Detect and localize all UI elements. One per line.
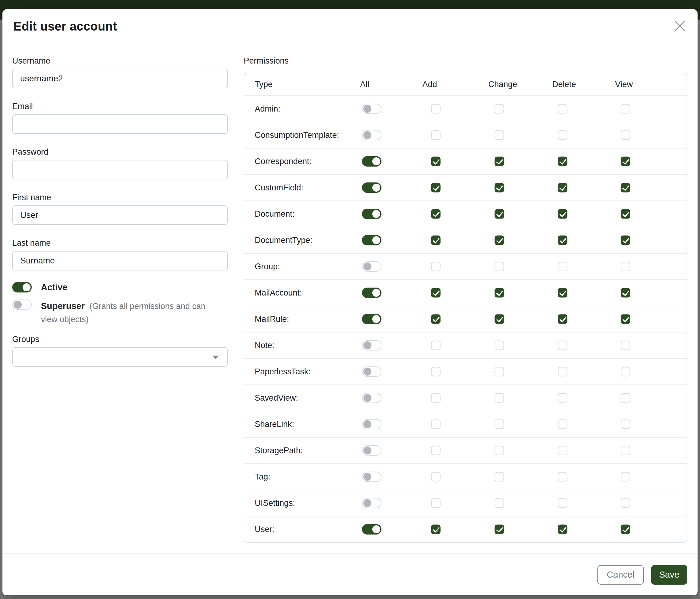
checkbox-view-mailrule[interactable] [621, 314, 630, 324]
checkbox-delete-consumptiontemplate[interactable] [558, 130, 568, 140]
checkbox-delete-savedview[interactable] [558, 393, 568, 403]
checkbox-change-documenttype[interactable] [495, 236, 504, 245]
checkbox-delete-correspondent[interactable] [558, 157, 568, 166]
checkbox-add-tag[interactable] [431, 472, 441, 482]
checkbox-delete-note[interactable] [558, 341, 568, 350]
checkbox-change-consumptiontemplate[interactable] [495, 130, 504, 140]
checkbox-delete-mailrule[interactable] [558, 314, 568, 324]
last-name-input[interactable] [12, 251, 228, 270]
password-input[interactable] [12, 160, 228, 179]
checkbox-change-mailaccount[interactable] [495, 288, 504, 298]
checkbox-add-mailrule[interactable] [431, 314, 441, 324]
toggle-all-group[interactable] [362, 261, 381, 272]
groups-select[interactable] [12, 347, 228, 367]
checkbox-view-tag[interactable] [621, 472, 630, 482]
checkbox-view-mailaccount[interactable] [621, 288, 630, 298]
checkbox-change-group[interactable] [495, 262, 504, 271]
checkbox-delete-admin[interactable] [558, 104, 568, 114]
checkbox-add-documenttype[interactable] [431, 236, 441, 245]
checkbox-view-document[interactable] [621, 209, 630, 219]
toggle-all-user[interactable] [362, 524, 381, 534]
toggle-all-uisettings[interactable] [362, 498, 381, 508]
checkbox-change-user[interactable] [495, 525, 504, 534]
toggle-all-correspondent[interactable] [362, 156, 381, 167]
checkbox-add-note[interactable] [431, 341, 441, 350]
superuser-toggle[interactable] [12, 300, 32, 310]
checkbox-change-uisettings[interactable] [495, 499, 504, 508]
checkbox-change-correspondent[interactable] [495, 157, 504, 166]
checkbox-change-document[interactable] [495, 209, 504, 219]
checkbox-add-correspondent[interactable] [431, 157, 441, 166]
checkbox-delete-document[interactable] [558, 209, 568, 219]
checkbox-add-mailaccount[interactable] [431, 288, 441, 298]
checkbox-add-consumptiontemplate[interactable] [431, 130, 441, 140]
toggle-all-mailrule[interactable] [362, 314, 381, 324]
groups-label: Groups [12, 334, 228, 344]
first-name-field-group: First name [12, 193, 228, 225]
toggle-all-savedview[interactable] [362, 393, 381, 403]
checkbox-add-uisettings[interactable] [431, 499, 441, 508]
checkbox-add-savedview[interactable] [431, 393, 441, 403]
close-button[interactable] [673, 20, 686, 33]
toggle-all-document[interactable] [362, 209, 381, 219]
toggle-all-mailaccount[interactable] [362, 288, 381, 298]
checkbox-view-paperlesstask[interactable] [621, 367, 630, 377]
active-toggle[interactable] [12, 282, 32, 292]
checkbox-delete-tag[interactable] [558, 472, 568, 482]
checkbox-add-admin[interactable] [431, 104, 441, 114]
checkbox-change-savedview[interactable] [495, 393, 504, 403]
checkbox-delete-group[interactable] [558, 262, 568, 271]
toggle-all-customfield[interactable] [362, 183, 381, 193]
checkbox-view-admin[interactable] [621, 104, 630, 114]
checkbox-change-customfield[interactable] [495, 183, 504, 193]
checkbox-view-documenttype[interactable] [621, 236, 630, 245]
checkbox-delete-documenttype[interactable] [558, 236, 568, 245]
checkbox-view-storagepath[interactable] [621, 446, 630, 455]
toggle-all-paperlesstask[interactable] [362, 366, 381, 377]
checkbox-change-mailrule[interactable] [495, 314, 504, 324]
toggle-all-documenttype[interactable] [362, 235, 381, 245]
checkbox-add-customfield[interactable] [431, 183, 441, 193]
checkbox-delete-paperlesstask[interactable] [558, 367, 568, 377]
checkbox-delete-uisettings[interactable] [558, 499, 568, 508]
checkbox-delete-sharelink[interactable] [558, 420, 568, 429]
first-name-input[interactable] [12, 206, 228, 225]
checkbox-change-note[interactable] [495, 341, 504, 350]
username-input[interactable] [12, 69, 228, 88]
checkbox-delete-storagepath[interactable] [558, 446, 568, 455]
checkbox-view-savedview[interactable] [621, 393, 630, 403]
checkbox-add-storagepath[interactable] [431, 446, 441, 455]
checkbox-add-paperlesstask[interactable] [431, 367, 441, 377]
checkbox-change-sharelink[interactable] [495, 420, 504, 429]
checkbox-delete-mailaccount[interactable] [558, 288, 568, 298]
email-input[interactable] [12, 114, 228, 134]
checkbox-view-consumptiontemplate[interactable] [621, 130, 630, 140]
checkbox-view-sharelink[interactable] [621, 420, 630, 429]
checkbox-add-document[interactable] [431, 209, 441, 219]
checkbox-view-correspondent[interactable] [621, 157, 630, 166]
superuser-hint [88, 302, 90, 311]
toggle-all-tag[interactable] [362, 472, 381, 482]
checkbox-change-tag[interactable] [495, 472, 504, 482]
checkbox-add-group[interactable] [431, 262, 441, 271]
checkbox-change-admin[interactable] [495, 104, 504, 114]
toggle-all-admin[interactable] [362, 103, 381, 114]
checkbox-delete-customfield[interactable] [558, 183, 568, 193]
save-button[interactable]: Save [651, 565, 687, 585]
toggle-all-storagepath[interactable] [362, 445, 381, 456]
permission-type-label: DocumentType: [255, 236, 312, 245]
checkbox-view-group[interactable] [621, 262, 630, 271]
checkbox-delete-user[interactable] [558, 525, 568, 534]
checkbox-view-user[interactable] [621, 525, 630, 534]
cancel-button[interactable]: Cancel [597, 565, 644, 585]
checkbox-view-uisettings[interactable] [621, 499, 630, 508]
checkbox-add-user[interactable] [431, 525, 441, 534]
checkbox-change-paperlesstask[interactable] [495, 367, 504, 377]
checkbox-view-customfield[interactable] [621, 183, 630, 193]
checkbox-change-storagepath[interactable] [495, 446, 504, 455]
checkbox-view-note[interactable] [621, 341, 630, 350]
toggle-all-note[interactable] [362, 340, 381, 351]
toggle-all-sharelink[interactable] [362, 419, 381, 429]
toggle-all-consumptiontemplate[interactable] [362, 130, 381, 140]
checkbox-add-sharelink[interactable] [431, 420, 441, 429]
